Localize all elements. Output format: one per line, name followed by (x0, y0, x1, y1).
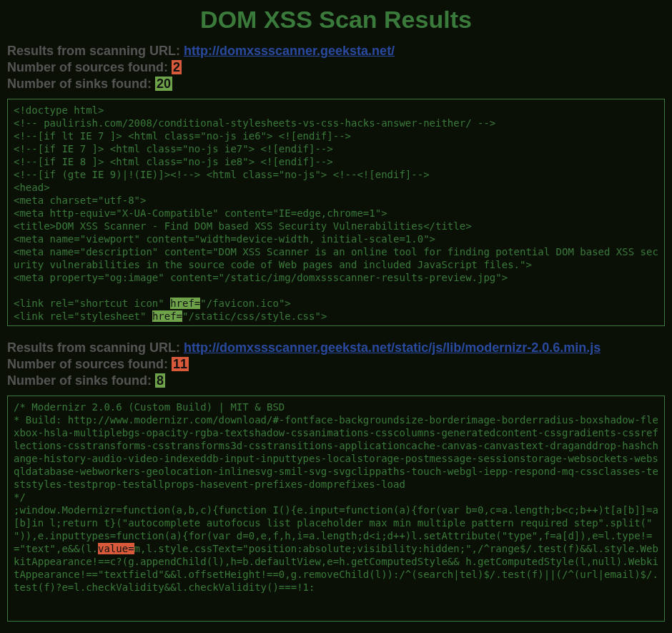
sources-count-line: Number of sources found: 2 (7, 60, 665, 75)
scan-url-line: Results from scanning URL: http://domxss… (7, 340, 665, 355)
page-title: DOM XSS Scan Results (7, 6, 665, 34)
code-text: /* Modernizr 2.0.6 (Custom Build) | MIT … (14, 401, 658, 554)
code-text: "/static/css/style.css"> (182, 310, 327, 322)
sources-count: 11 (172, 357, 189, 371)
sinks-count-line: Number of sinks found: 20 (7, 77, 665, 92)
sinks-count: 8 (155, 373, 165, 388)
scanned-url-link[interactable]: http://domxssscanner.geeksta.net/ (184, 44, 395, 58)
sources-label: Number of sources found: (7, 357, 172, 371)
source-code-block: /* Modernizr 2.0.6 (Custom Build) | MIT … (7, 396, 665, 622)
scan-url-line: Results from scanning URL: http://domxss… (7, 44, 665, 59)
sinks-count-line: Number of sinks found: 8 (7, 373, 665, 388)
sinks-label: Number of sinks found: (7, 373, 155, 388)
url-prefix-label: Results from scanning URL: (7, 44, 184, 58)
highlight-sink: href= (152, 310, 182, 322)
code-text: <!doctype html> <!-- paulirish.com/2008/… (14, 104, 658, 309)
highlight-sink: href= (170, 298, 200, 309)
sinks-label: Number of sinks found: (7, 77, 155, 91)
sources-count: 2 (172, 60, 182, 74)
sources-label: Number of sources found: (7, 60, 172, 74)
sinks-count: 20 (155, 77, 172, 91)
scanned-url-link[interactable]: http://domxssscanner.geeksta.net/static/… (184, 340, 601, 355)
sources-count-line: Number of sources found: 11 (7, 357, 665, 372)
url-prefix-label: Results from scanning URL: (7, 340, 184, 355)
source-code-block: <!doctype html> <!-- paulirish.com/2008/… (7, 99, 665, 326)
highlight-source: value= (98, 543, 134, 554)
